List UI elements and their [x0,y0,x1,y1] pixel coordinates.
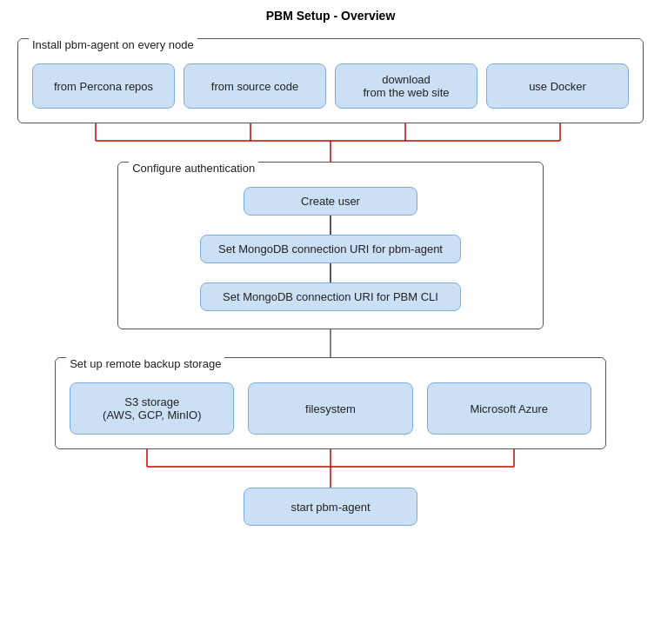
install-percona-repos[interactable]: from Percona repos [32,63,175,109]
backup-to-start-connector [17,449,644,488]
page-title: PBM Setup - Overview [266,9,396,23]
auth-vert-2 [330,263,331,282]
install-section-label: Install pbm-agent on every node [29,38,197,51]
auth-vert-1 [330,216,331,235]
install-section: Install pbm-agent on every node from Per… [17,38,644,123]
auth-to-backup-connector [17,329,644,357]
mongo-uri-cli-box[interactable]: Set MongoDB connection URI for PBM CLI [200,282,461,311]
install-to-auth-connector [17,123,644,162]
install-boxes: from Percona repos from source code down… [32,63,629,109]
filesystem-box[interactable]: filesystem [248,382,412,435]
microsoft-azure-box[interactable]: Microsoft Azure [427,382,591,435]
install-download-web[interactable]: download from the web site [335,63,477,109]
backup-section-label: Set up remote backup storage [66,357,224,370]
mongo-uri-agent-box[interactable]: Set MongoDB connection URI for pbm-agent [200,235,461,263]
create-user-box[interactable]: Create user [244,187,417,216]
auth-section-label: Configure authentication [129,162,258,175]
backup-section: Set up remote backup storage S3 storage … [55,357,606,449]
backup-boxes: S3 storage (AWS, GCP, MinIO) filesystem … [70,382,591,435]
auth-inner: Create user Set MongoDB connection URI f… [144,187,517,311]
install-use-docker[interactable]: use Docker [486,63,629,109]
start-pbm-agent-box[interactable]: start pbm-agent [244,488,417,526]
auth-section: Configure authentication Create user Set… [117,162,544,329]
s3-storage-box[interactable]: S3 storage (AWS, GCP, MinIO) [70,382,234,435]
install-source-code[interactable]: from source code [184,63,326,109]
